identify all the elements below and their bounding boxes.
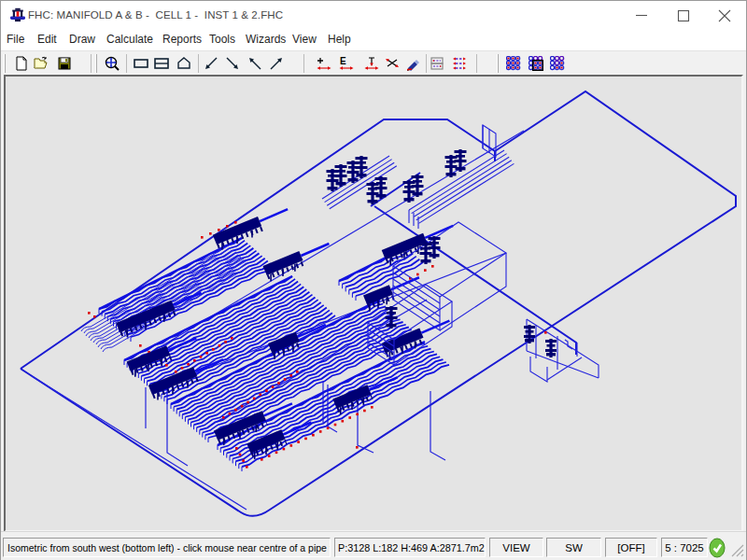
svg-text:E: E — [340, 56, 346, 66]
